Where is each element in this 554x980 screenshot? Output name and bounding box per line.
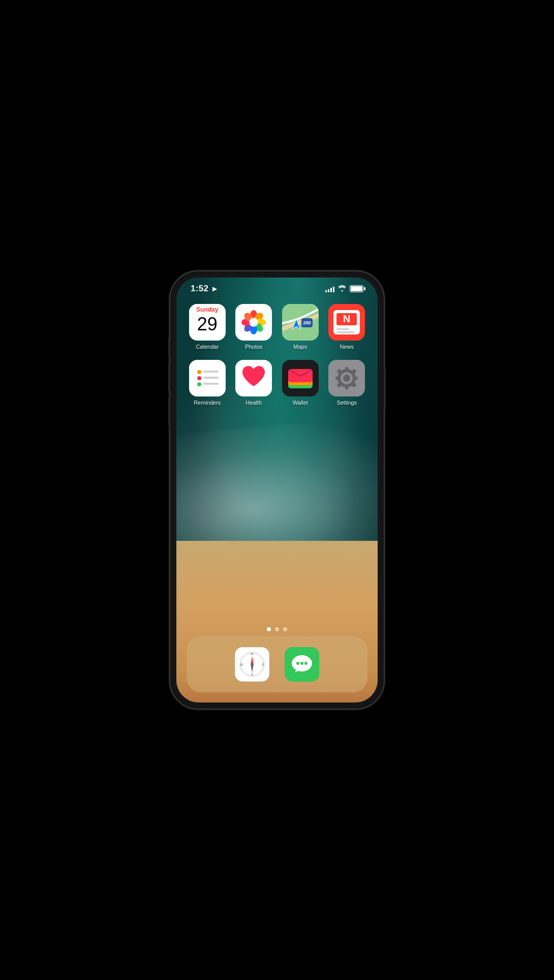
photos-label: Photos <box>245 344 262 350</box>
reminders-label: Reminders <box>194 400 221 406</box>
status-bar: 1:52 ▶ <box>176 278 378 300</box>
app-photos[interactable]: Photos <box>233 304 275 350</box>
svg-point-8 <box>249 318 258 327</box>
page-dot-1 <box>267 627 271 631</box>
health-label: Health <box>245 400 262 406</box>
messages-icon-svg <box>287 649 317 680</box>
signal-bar-4 <box>333 287 334 292</box>
news-label: News <box>340 344 354 350</box>
app-calendar[interactable]: Sunday 29 Calendar <box>187 304 228 350</box>
maps-label: Maps <box>293 344 307 350</box>
mute-button[interactable] <box>168 338 170 356</box>
maps-icon: 280 <box>282 304 319 341</box>
wallet-label: Wallet <box>293 400 308 406</box>
calendar-label: Calendar <box>196 344 219 350</box>
signal-bar-1 <box>325 290 327 292</box>
photos-icon <box>235 304 272 341</box>
svg-point-59 <box>304 662 307 665</box>
app-maps[interactable]: 280 Maps <box>280 304 321 350</box>
page-dot-2 <box>275 627 279 631</box>
svg-point-53 <box>241 664 242 665</box>
svg-rect-24 <box>203 383 219 385</box>
signal-bar-2 <box>328 289 329 292</box>
svg-rect-20 <box>203 371 219 373</box>
signal-bar-3 <box>330 288 332 292</box>
svg-rect-35 <box>345 385 348 389</box>
dock-app-messages[interactable] <box>285 647 319 682</box>
wallet-icon <box>282 360 319 396</box>
battery-fill <box>351 286 362 291</box>
app-settings[interactable]: Settings <box>326 360 368 406</box>
svg-point-19 <box>197 370 201 374</box>
volume-up-button[interactable] <box>168 363 170 391</box>
battery-icon <box>350 285 363 292</box>
svg-rect-16 <box>336 328 349 330</box>
health-icon-svg <box>235 360 272 396</box>
settings-label: Settings <box>336 400 357 406</box>
svg-rect-34 <box>345 367 348 371</box>
svg-rect-37 <box>354 377 358 380</box>
calendar-icon: Sunday 29 <box>189 304 226 341</box>
page-dot-3 <box>283 627 287 631</box>
svg-point-33 <box>343 375 350 382</box>
news-icon: N <box>328 304 365 341</box>
wallet-icon-svg <box>282 360 319 396</box>
svg-text:280: 280 <box>303 320 311 325</box>
settings-icon <box>328 360 365 396</box>
phone-frame: 1:52 ▶ <box>170 271 384 709</box>
calendar-day: Sunday <box>189 304 226 314</box>
dock: N S W E <box>187 636 367 692</box>
photos-flower-svg <box>239 308 268 336</box>
app-reminders[interactable]: Reminders <box>187 360 228 406</box>
svg-rect-36 <box>335 377 340 380</box>
power-button[interactable] <box>384 368 386 409</box>
dock-app-safari[interactable]: N S W E <box>235 647 269 682</box>
svg-point-51 <box>252 653 253 654</box>
settings-icon-svg <box>328 360 365 396</box>
location-arrow-icon: ▶ <box>212 286 217 292</box>
status-time: 1:52 ▶ <box>191 284 217 294</box>
reminders-icon-svg <box>189 360 226 396</box>
phone-screen: 1:52 ▶ <box>176 278 378 702</box>
svg-rect-22 <box>203 377 219 379</box>
time-display: 1:52 <box>191 284 208 294</box>
svg-point-54 <box>262 664 263 665</box>
health-icon <box>235 360 272 396</box>
reminders-icon <box>189 360 226 396</box>
svg-point-21 <box>197 376 201 380</box>
app-news[interactable]: N News <box>326 304 368 350</box>
page-dots <box>176 627 378 631</box>
calendar-date: 29 <box>197 315 218 333</box>
svg-rect-17 <box>336 331 354 333</box>
svg-point-58 <box>300 662 303 665</box>
news-icon-svg: N <box>328 304 365 341</box>
app-wallet[interactable]: Wallet <box>280 360 321 406</box>
svg-point-52 <box>252 675 253 676</box>
maps-icon-svg: 280 <box>282 304 319 341</box>
app-grid: Sunday 29 Calendar <box>176 304 378 406</box>
volume-down-button[interactable] <box>168 397 170 426</box>
svg-point-23 <box>197 382 201 386</box>
signal-strength-icon <box>325 285 334 292</box>
app-health[interactable]: Health <box>233 360 275 406</box>
svg-text:N: N <box>343 313 350 324</box>
safari-icon-svg: N S W E <box>237 649 267 680</box>
svg-point-57 <box>296 662 299 665</box>
status-icons <box>325 285 363 293</box>
wifi-icon <box>338 285 346 293</box>
